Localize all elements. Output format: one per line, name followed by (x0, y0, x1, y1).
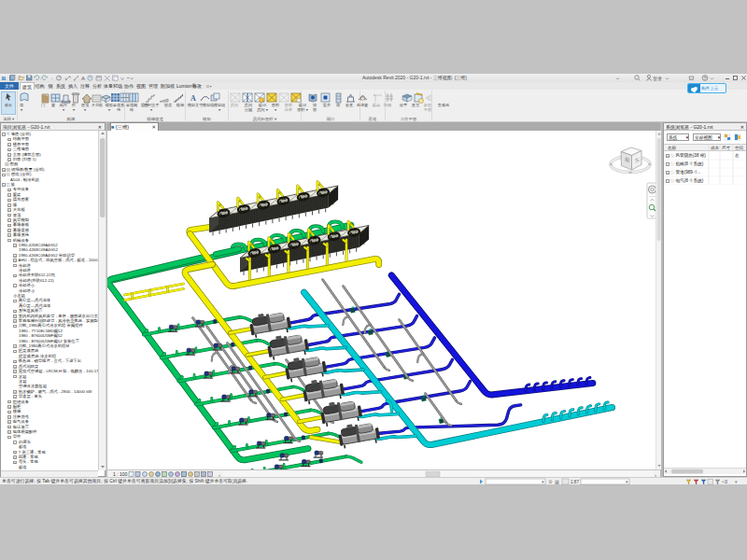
svg-text:?: ? (704, 76, 707, 81)
svg-text:登录: 登录 (653, 76, 662, 82)
svg-text:▾: ▾ (735, 479, 738, 484)
svg-text:⚙: ⚙ (548, 479, 553, 484)
svg-text:R: R (2, 75, 7, 82)
svg-text:▫:0: ▫:0 (722, 479, 727, 484)
svg-text:▦: ▦ (555, 479, 559, 484)
svg-text:A: A (190, 94, 196, 103)
svg-text:1:87: 1:87 (571, 480, 579, 484)
svg-text:A: A (81, 76, 85, 81)
